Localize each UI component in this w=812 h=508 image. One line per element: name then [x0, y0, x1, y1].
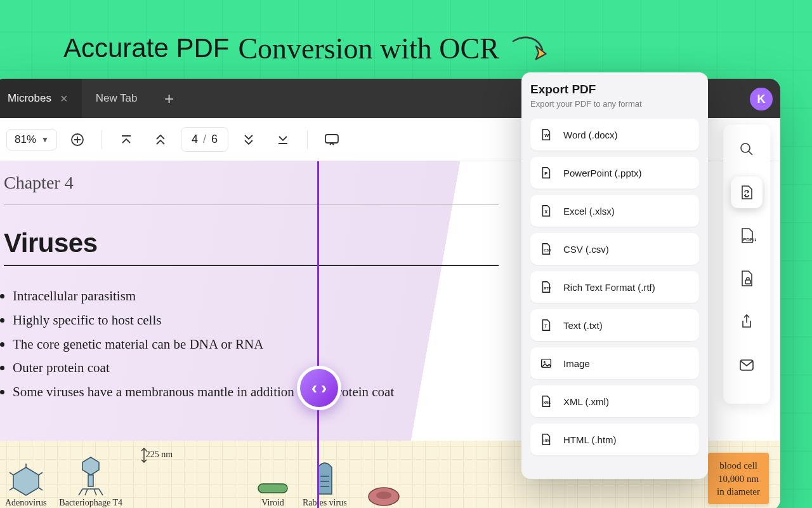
- diagram-scale: 225 nm: [135, 446, 173, 475]
- hero-title: Accurate PDF Conversion with OCR: [63, 30, 553, 66]
- svg-text:CSV: CSV: [544, 248, 551, 252]
- zoom-in-button[interactable]: [63, 126, 91, 154]
- pdfa-icon: PDF/A: [737, 226, 756, 245]
- list-item: The core genetic material can be DNA or …: [13, 332, 499, 356]
- export-option-csv[interactable]: CSV CSV (.csv): [530, 233, 699, 265]
- svg-point-33: [544, 361, 546, 363]
- format-label: Image: [563, 358, 590, 369]
- add-tab-button[interactable]: +: [152, 79, 187, 118]
- scale-label: 225 nm: [146, 450, 173, 460]
- export-option-html[interactable]: HTM HTML (.htm): [530, 424, 699, 455]
- tab-microbes[interactable]: Microbes ×: [0, 79, 82, 118]
- diagram-bacteriophage: Bacteriophage T4: [59, 455, 122, 508]
- svg-line-17: [94, 489, 96, 495]
- zoom-dropdown[interactable]: 81% ▼: [6, 129, 57, 150]
- protect-tool[interactable]: [731, 263, 763, 295]
- double-chevron-down-icon: [241, 132, 256, 147]
- diagram-rabies: Rabies virus: [303, 457, 347, 508]
- card-line: in diameter: [717, 485, 760, 498]
- format-label: HTML (.htm): [563, 434, 617, 445]
- compare-slider-handle[interactable]: [297, 366, 341, 410]
- svg-text:HTM: HTM: [543, 439, 550, 443]
- diagram-adenovirus: Adenovirus: [5, 464, 46, 508]
- text-file-icon: T: [539, 318, 553, 332]
- caret-down-icon: ▼: [41, 135, 49, 144]
- format-label: CSV (.csv): [563, 244, 609, 255]
- separator: [102, 130, 102, 149]
- svg-line-37: [749, 151, 752, 155]
- diagram-viroid: Viroid: [256, 479, 290, 508]
- excel-file-icon: X: [539, 204, 553, 218]
- svg-rect-20: [258, 484, 287, 493]
- svg-point-36: [741, 144, 750, 152]
- svg-text:P: P: [544, 171, 547, 177]
- csv-file-icon: CSV: [539, 242, 553, 256]
- svg-text:RTF: RTF: [544, 286, 551, 290]
- svg-text:PDF/A: PDF/A: [743, 237, 756, 243]
- file-lock-icon: [738, 269, 755, 288]
- format-label: Word (.docx): [563, 130, 618, 140]
- svg-line-8: [39, 472, 43, 475]
- format-label: Text (.txt): [563, 320, 603, 331]
- list-item: Outer protein coat: [13, 356, 499, 380]
- compare-slider-line: [317, 161, 319, 508]
- svg-point-25: [376, 491, 391, 499]
- zoom-value: 81%: [15, 133, 36, 146]
- last-page-button[interactable]: [269, 126, 297, 154]
- xml-file-icon: XML: [539, 394, 553, 408]
- card-line: 10,000 nm: [717, 472, 760, 485]
- user-avatar[interactable]: K: [750, 88, 773, 110]
- next-page-button[interactable]: [235, 126, 263, 154]
- search-icon: [738, 141, 755, 157]
- export-pdf-panel: Export PDF Export your PDF to any format…: [521, 72, 708, 479]
- bullet-list: Intracellular parasitism Highly specific…: [4, 284, 499, 404]
- export-subtitle: Export your PDF to any format: [530, 99, 699, 109]
- export-format-list: W Word (.docx) P PowerPoint (.pptx) X Ex…: [530, 119, 699, 455]
- page-total: 6: [211, 133, 218, 146]
- mail-icon: [738, 358, 755, 372]
- export-option-excel[interactable]: X Excel (.xlsx): [530, 195, 699, 227]
- export-option-rtf[interactable]: RTF Rich Text Format (.rtf): [530, 271, 699, 303]
- page-sep: /: [203, 133, 206, 146]
- share-tool[interactable]: [731, 306, 763, 338]
- svg-line-16: [85, 489, 88, 495]
- diagram-label: Bacteriophage T4: [59, 498, 122, 508]
- rtf-file-icon: RTF: [539, 280, 553, 294]
- prev-page-button[interactable]: [147, 126, 174, 154]
- plus-circle-icon: [70, 132, 85, 147]
- export-option-text[interactable]: T Text (.txt): [530, 309, 699, 341]
- diagram-label: Adenovirus: [5, 498, 46, 508]
- card-line: blood cell: [717, 459, 760, 472]
- export-option-xml[interactable]: XML XML (.xml): [530, 385, 699, 417]
- format-label: XML (.xml): [563, 396, 609, 407]
- tab-new[interactable]: New Tab: [82, 79, 152, 118]
- export-option-word[interactable]: W Word (.docx): [530, 119, 699, 150]
- mail-tool[interactable]: [731, 349, 763, 381]
- slider-arrows-icon: [300, 369, 338, 407]
- document-content: Chapter 4 Viruses Intracellular parasiti…: [4, 173, 499, 404]
- double-chevron-up-icon: [153, 132, 168, 147]
- convert-tool[interactable]: [731, 177, 763, 208]
- svg-marker-6: [13, 467, 39, 495]
- presentation-button[interactable]: [318, 126, 346, 154]
- powerpoint-file-icon: P: [539, 166, 553, 180]
- hero-bold: Accurate PDF: [63, 33, 229, 64]
- diagram-label: Rabies virus: [303, 498, 347, 508]
- search-tool[interactable]: [731, 133, 763, 165]
- diagram-rbc-card: blood cell 10,000 nm in diameter: [708, 453, 769, 504]
- svg-rect-5: [325, 135, 338, 143]
- share-icon: [738, 313, 755, 331]
- export-option-image[interactable]: Image: [530, 347, 699, 379]
- pdfa-tool[interactable]: PDF/A: [731, 220, 763, 251]
- first-page-button[interactable]: [112, 126, 140, 154]
- separator: [307, 130, 308, 149]
- chapter-title: Chapter 4: [4, 173, 499, 205]
- close-icon[interactable]: ×: [60, 91, 68, 106]
- export-option-powerpoint[interactable]: P PowerPoint (.pptx): [530, 157, 699, 189]
- svg-marker-12: [82, 457, 99, 475]
- chevron-bottom-icon: [275, 132, 291, 147]
- svg-rect-39: [745, 280, 750, 284]
- page-indicator[interactable]: 4 / 6: [181, 127, 228, 152]
- svg-line-15: [79, 489, 82, 495]
- word-file-icon: W: [539, 128, 553, 142]
